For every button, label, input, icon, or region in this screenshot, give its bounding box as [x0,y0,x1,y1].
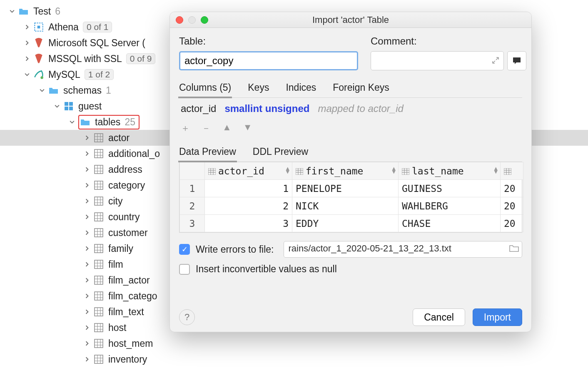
datasource-icon [33,22,44,32]
comment-bubble-button[interactable] [507,51,526,70]
chevron-right-icon[interactable] [83,135,91,140]
write-errors-checkbox[interactable]: ✓ [179,244,190,255]
column-detail-row[interactable]: actor_id smallint unsigned mapped to act… [179,98,522,119]
dialog-titlebar[interactable]: Import 'actor' Table [170,12,531,28]
chevron-right-icon[interactable] [83,230,91,235]
tree-label: inventory [108,354,147,365]
svg-rect-27 [95,197,103,205]
svg-rect-42 [95,244,103,253]
chevron-right-icon[interactable] [83,325,91,330]
import-button[interactable]: Import [473,308,522,326]
schema-icon [63,101,74,112]
tree-label: actor [108,132,130,144]
folder-icon [80,117,91,127]
chevron-right-icon[interactable] [23,25,31,30]
chevron-right-icon[interactable] [83,167,91,172]
table-icon [93,164,104,175]
close-icon[interactable] [176,16,183,24]
chevron-right-icon[interactable] [83,293,91,298]
chevron-right-icon[interactable] [23,56,31,61]
svg-point-2 [40,76,43,79]
tree-label: schemas [63,85,102,96]
column-header[interactable]: first_name▲▼ [292,162,399,180]
tab-keys[interactable]: Keys [248,82,269,97]
help-button[interactable]: ? [179,309,195,325]
minimize-icon[interactable] [188,16,196,24]
table-row[interactable]: 11PENELOPEGUINESS20 [180,180,523,197]
column-header[interactable]: actor_id▲▼ [205,162,292,180]
tree-table[interactable]: host_mem [0,336,588,351]
tab-data-preview[interactable]: Data Preview [179,146,236,162]
tree-label: Test [33,6,51,17]
table-icon [93,180,104,191]
chevron-right-icon[interactable] [83,183,91,188]
table-icon [93,211,104,222]
chevron-right-icon[interactable] [83,278,91,283]
count-pill: 0 of 1 [83,22,112,32]
tree-table[interactable]: inventory [0,351,588,367]
svg-rect-47 [95,260,103,269]
add-icon[interactable]: ＋ [181,122,190,134]
move-down-icon[interactable]: ▼ [243,122,252,134]
table-icon [93,132,104,143]
svg-rect-32 [95,213,103,221]
chevron-down-icon[interactable] [8,9,16,14]
table-icon [93,338,104,349]
table-icon [93,275,104,286]
tree-label: host [108,322,126,333]
table-row[interactable]: 33EDDYCHASE20 [180,215,523,232]
column-mapping: mapped to actor_id [318,103,403,114]
tree-label: MSSQL with SSL [48,53,122,65]
tab-foreign-keys[interactable]: Foreign Keys [333,82,389,97]
svg-rect-7 [95,134,103,142]
comment-input[interactable] [371,51,504,70]
table-row[interactable]: 22NICKWAHLBERG20 [180,197,523,215]
maximize-icon[interactable] [201,16,208,24]
cancel-button[interactable]: Cancel [413,308,465,326]
tab-indices[interactable]: Indices [286,82,316,97]
move-up-icon[interactable]: ▲ [222,122,232,134]
column-name: actor_id [181,103,216,114]
insert-null-checkbox[interactable] [179,264,190,275]
import-dialog: Import 'actor' Table Table: Comment: Col… [169,12,532,332]
sort-icon[interactable]: ▲▼ [494,167,498,173]
column-icon [296,168,303,175]
column-header[interactable] [501,162,523,180]
chevron-down-icon[interactable] [53,104,61,109]
data-preview-table[interactable]: actor_id▲▼ first_name▲▼ last_name▲▼ 11PE… [179,162,522,233]
column-icon [208,168,216,175]
column-icon [504,168,511,175]
tab-ddl-preview[interactable]: DDL Preview [253,146,308,162]
errors-file-input[interactable]: rains/actor_1_2020-05-21_13_22_13.txt [284,241,522,258]
table-name-input[interactable] [179,51,358,70]
sort-icon[interactable]: ▲▼ [392,167,396,173]
count-pill: 0 of 9 [126,53,156,64]
remove-icon[interactable]: － [202,122,211,134]
chevron-right-icon[interactable] [83,199,91,204]
browse-icon[interactable] [509,244,519,252]
tree-label: tables [95,117,120,128]
column-icon [402,168,409,175]
chevron-down-icon[interactable] [68,119,76,124]
column-header[interactable]: last_name▲▼ [399,162,501,180]
write-errors-label: Write errors to file: [196,244,274,255]
tree-label: host_mem [108,338,153,349]
chevron-down-icon[interactable] [23,72,31,77]
tree-label: family [108,243,133,254]
chevron-right-icon[interactable] [83,341,91,346]
tab-columns[interactable]: Columns (5) [179,82,231,97]
tree-count: 25 [125,117,135,128]
expand-icon[interactable] [492,57,499,64]
sort-icon[interactable]: ▲▼ [286,167,289,173]
tree-label: guest [78,101,102,112]
chevron-right-icon[interactable] [83,151,91,156]
chevron-right-icon[interactable] [23,40,31,45]
chevron-right-icon[interactable] [83,246,91,251]
svg-rect-82 [208,168,216,175]
chevron-down-icon[interactable] [38,88,46,93]
chevron-right-icon[interactable] [83,214,91,219]
chevron-right-icon[interactable] [83,262,91,267]
chevron-right-icon[interactable] [83,309,91,314]
chevron-right-icon[interactable] [83,357,91,362]
svg-rect-5 [65,107,68,110]
